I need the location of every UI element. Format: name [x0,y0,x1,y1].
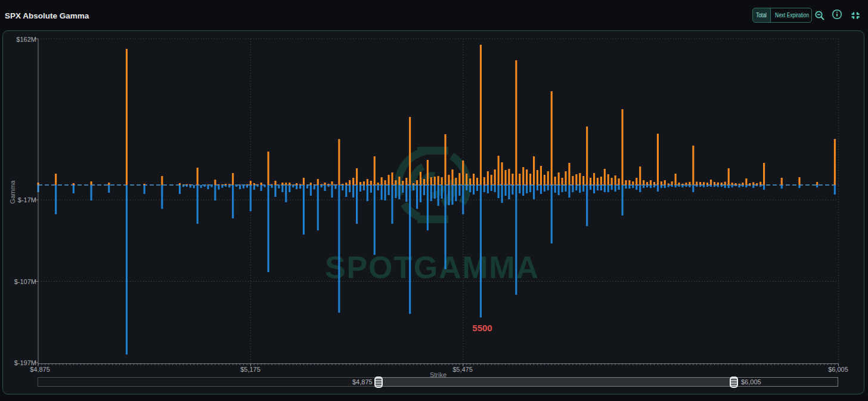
svg-text:$5,475: $5,475 [452,366,473,373]
svg-text:$4,875: $4,875 [30,366,50,373]
svg-text:Gamma: Gamma [9,180,16,204]
svg-text:$-107M: $-107M [14,278,36,285]
svg-text:$162M: $162M [16,36,36,43]
svg-text:5500: 5500 [472,323,492,333]
svg-text:$-17M: $-17M [18,196,36,203]
svg-text:SPOTGAMMA: SPOTGAMMA [325,250,538,285]
svg-text:$6,005: $6,005 [828,366,848,373]
svg-text:$5,175: $5,175 [240,366,261,373]
